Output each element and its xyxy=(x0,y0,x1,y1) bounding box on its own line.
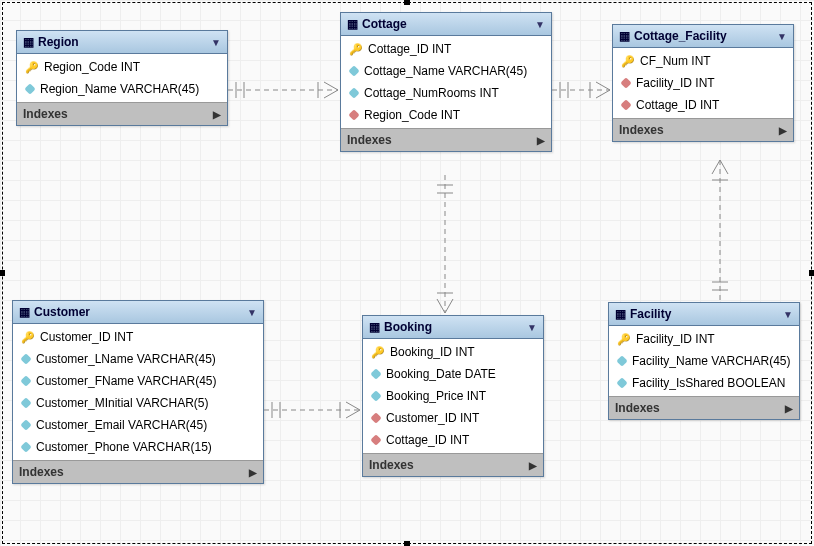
table-header[interactable]: ▦ Cottage_Facility ▼ xyxy=(613,25,793,48)
table-region[interactable]: ▦ Region ▼ 🔑Region_Code INTRegion_Name V… xyxy=(16,30,228,126)
column-icon xyxy=(348,87,359,98)
table-title: Cottage xyxy=(362,17,407,31)
table-header[interactable]: ▦ Cottage ▼ xyxy=(341,13,551,36)
column-name: Booking_Date DATE xyxy=(386,367,496,381)
column: Cottage_ID INT xyxy=(613,94,793,116)
column: 🔑Facility_ID INT xyxy=(609,328,799,350)
column: 🔑Cottage_ID INT xyxy=(341,38,551,60)
column-name: Customer_FName VARCHAR(45) xyxy=(36,374,217,388)
table-facility[interactable]: ▦ Facility ▼ 🔑Facility_ID INTFacility_Na… xyxy=(608,302,800,420)
column-icon xyxy=(616,377,627,388)
table-title: Cottage_Facility xyxy=(634,29,727,43)
column-name: CF_Num INT xyxy=(640,54,711,68)
column-name: Region_Name VARCHAR(45) xyxy=(40,82,199,96)
column: Customer_Email VARCHAR(45) xyxy=(13,414,263,436)
table-header[interactable]: ▦ Customer ▼ xyxy=(13,301,263,324)
expand-icon[interactable]: ▶ xyxy=(779,125,787,136)
column-name: Customer_MInitial VARCHAR(5) xyxy=(36,396,208,410)
column: Customer_Phone VARCHAR(15) xyxy=(13,436,263,458)
column: Facility_IsShared BOOLEAN xyxy=(609,372,799,394)
column-icon xyxy=(370,368,381,379)
table-columns: 🔑Customer_ID INTCustomer_LName VARCHAR(4… xyxy=(13,324,263,460)
table-icon: ▦ xyxy=(369,320,380,334)
column-name: Customer_ID INT xyxy=(386,411,479,425)
expand-icon[interactable]: ▶ xyxy=(537,135,545,146)
column: 🔑Region_Code INT xyxy=(17,56,227,78)
column: Facility_Name VARCHAR(45) xyxy=(609,350,799,372)
column-icon xyxy=(20,375,31,386)
table-header[interactable]: ▦ Region ▼ xyxy=(17,31,227,54)
column: Region_Name VARCHAR(45) xyxy=(17,78,227,100)
column: 🔑CF_Num INT xyxy=(613,50,793,72)
column-icon xyxy=(20,419,31,430)
column-name: Customer_ID INT xyxy=(40,330,133,344)
foreign-key-icon xyxy=(348,109,359,120)
collapse-icon[interactable]: ▼ xyxy=(777,31,787,42)
primary-key-icon: 🔑 xyxy=(371,346,385,359)
column-name: Facility_Name VARCHAR(45) xyxy=(632,354,790,368)
primary-key-icon: 🔑 xyxy=(25,61,39,74)
column-name: Cottage_NumRooms INT xyxy=(364,86,499,100)
collapse-icon[interactable]: ▼ xyxy=(527,322,537,333)
table-cottage[interactable]: ▦ Cottage ▼ 🔑Cottage_ID INTCottage_Name … xyxy=(340,12,552,152)
indexes-section[interactable]: Indexes▶ xyxy=(613,118,793,141)
primary-key-icon: 🔑 xyxy=(617,333,631,346)
collapse-icon[interactable]: ▼ xyxy=(247,307,257,318)
expand-icon[interactable]: ▶ xyxy=(529,460,537,471)
collapse-icon[interactable]: ▼ xyxy=(783,309,793,320)
primary-key-icon: 🔑 xyxy=(21,331,35,344)
primary-key-icon: 🔑 xyxy=(349,43,363,56)
collapse-icon[interactable]: ▼ xyxy=(535,19,545,30)
table-columns: 🔑Facility_ID INTFacility_Name VARCHAR(45… xyxy=(609,326,799,396)
expand-icon[interactable]: ▶ xyxy=(213,109,221,120)
expand-icon[interactable]: ▶ xyxy=(785,403,793,414)
table-columns: 🔑CF_Num INTFacility_ID INTCottage_ID INT xyxy=(613,48,793,118)
collapse-icon[interactable]: ▼ xyxy=(211,37,221,48)
column-name: Cottage_ID INT xyxy=(368,42,451,56)
indexes-section[interactable]: Indexes▶ xyxy=(363,453,543,476)
table-booking[interactable]: ▦ Booking ▼ 🔑Booking_ID INTBooking_Date … xyxy=(362,315,544,477)
foreign-key-icon xyxy=(370,434,381,445)
column-name: Region_Code INT xyxy=(364,108,460,122)
indexes-section[interactable]: Indexes▶ xyxy=(341,128,551,151)
table-icon: ▦ xyxy=(23,35,34,49)
table-cottage-facility[interactable]: ▦ Cottage_Facility ▼ 🔑CF_Num INTFacility… xyxy=(612,24,794,142)
table-icon: ▦ xyxy=(615,307,626,321)
column-name: Cottage_ID INT xyxy=(636,98,719,112)
table-customer[interactable]: ▦ Customer ▼ 🔑Customer_ID INTCustomer_LN… xyxy=(12,300,264,484)
column-name: Facility_ID INT xyxy=(636,76,715,90)
table-header[interactable]: ▦ Booking ▼ xyxy=(363,316,543,339)
column: 🔑Customer_ID INT xyxy=(13,326,263,348)
column: 🔑Booking_ID INT xyxy=(363,341,543,363)
table-title: Booking xyxy=(384,320,432,334)
column: Cottage_Name VARCHAR(45) xyxy=(341,60,551,82)
column: Cottage_ID INT xyxy=(363,429,543,451)
column-name: Cottage_Name VARCHAR(45) xyxy=(364,64,527,78)
column-name: Booking_Price INT xyxy=(386,389,486,403)
column: Customer_LName VARCHAR(45) xyxy=(13,348,263,370)
column: Cottage_NumRooms INT xyxy=(341,82,551,104)
indexes-section[interactable]: Indexes▶ xyxy=(13,460,263,483)
table-title: Customer xyxy=(34,305,90,319)
column: Customer_ID INT xyxy=(363,407,543,429)
column-icon xyxy=(20,353,31,364)
table-header[interactable]: ▦ Facility ▼ xyxy=(609,303,799,326)
column: Booking_Date DATE xyxy=(363,363,543,385)
foreign-key-icon xyxy=(620,99,631,110)
column: Region_Code INT xyxy=(341,104,551,126)
column-name: Cottage_ID INT xyxy=(386,433,469,447)
indexes-section[interactable]: Indexes▶ xyxy=(609,396,799,419)
column-icon xyxy=(616,355,627,366)
column-icon xyxy=(348,65,359,76)
indexes-section[interactable]: Indexes▶ xyxy=(17,102,227,125)
table-icon: ▦ xyxy=(19,305,30,319)
table-icon: ▦ xyxy=(619,29,630,43)
expand-icon[interactable]: ▶ xyxy=(249,467,257,478)
column: Customer_FName VARCHAR(45) xyxy=(13,370,263,392)
column: Customer_MInitial VARCHAR(5) xyxy=(13,392,263,414)
table-icon: ▦ xyxy=(347,17,358,31)
table-title: Facility xyxy=(630,307,671,321)
foreign-key-icon xyxy=(370,412,381,423)
column-icon xyxy=(24,83,35,94)
column-icon xyxy=(20,441,31,452)
